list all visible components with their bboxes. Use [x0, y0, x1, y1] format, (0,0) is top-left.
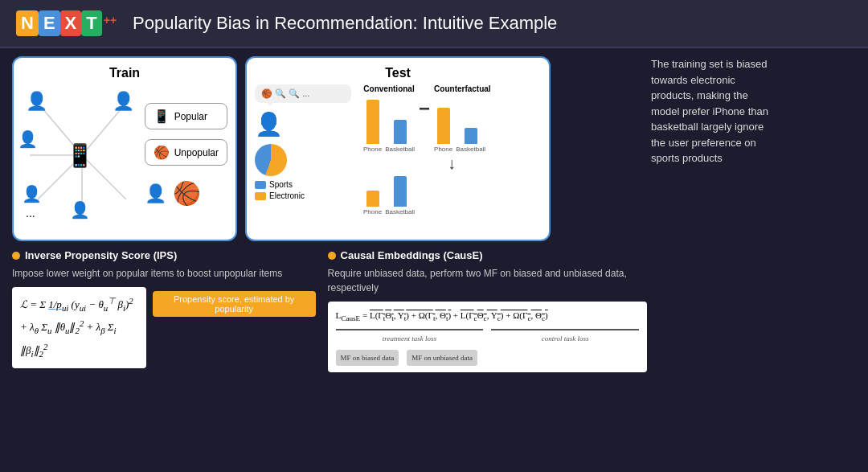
logo: N E X T ++ [16, 10, 117, 36]
test-right: Conventional Phone Basketbal [363, 84, 540, 215]
ips-formula-box: ℒ = Σ 1/pui (yui − θu⊤ βi)2 + λθ Σu ‖θu‖… [12, 287, 146, 368]
result-basketball-bar: Basketball [385, 176, 415, 215]
conv-phone-rect [366, 100, 379, 144]
legend-sports: Sports [255, 180, 351, 189]
logo-e: E [39, 10, 60, 36]
unbiased-label: MF on unbiased data [407, 350, 477, 366]
counterfactual-bars: Phone Basketball [434, 96, 491, 153]
arrow-down: ↓ [363, 154, 540, 173]
right-text-line2: towards electronic [651, 72, 856, 88]
popular-label: Popular [174, 111, 207, 122]
logo-plus: ++ [104, 14, 117, 27]
minus-sign: − [419, 84, 430, 141]
user-network: 📱 👤 👤 👤 👤 👤 ... [22, 87, 138, 224]
control-loss: control task loss [491, 329, 639, 345]
user-bottom-left: 👤 [22, 184, 42, 203]
user-bottom-mid: 👤 [70, 200, 90, 220]
conv-phone-label: Phone [363, 146, 382, 153]
unbiased-label-box: MF on unbiased data [407, 348, 477, 366]
ips-bullet-title: Inverse Propensity Score (IPS) [12, 249, 316, 261]
conventional-title: Conventional [363, 84, 415, 93]
ips-formula-area: ℒ = Σ 1/pui (yui − θu⊤ βi)2 + λθ Σu ‖θu‖… [12, 287, 316, 368]
right-text-line6: the user preference on [651, 135, 856, 151]
cause-sub-text: Require unbiased data, perform two MF on… [328, 266, 647, 295]
right-text-line1: The training set is biased [651, 56, 856, 72]
right-text-line5: basketball largely ignore [651, 119, 856, 135]
cf-basketball-label: Basketball [456, 146, 485, 153]
user-mid-left: 👤 [18, 129, 38, 149]
cause-formula-line: LCausE = L(ΓtΘt, Yt) + Ω(Γt, Θt) + L(ΓcΘ… [336, 308, 639, 326]
unpopular-label: Unpopular [174, 147, 219, 158]
train-title: Train [22, 66, 227, 80]
train-dots: ... [26, 207, 35, 220]
ips-formula-line2: + λθ Σu ‖θu‖22 + λβ Σi ‖βi‖22 [20, 316, 138, 362]
counterfactual-title: Counterfactual [434, 84, 491, 93]
cf-phone-bar: Phone [434, 108, 452, 153]
result-phone-label: Phone [363, 208, 382, 215]
slide: N E X T ++ Popularity Bias in Recommenda… [0, 0, 868, 472]
cause-bullet-title: Causal Embeddings (CausE) [328, 249, 647, 261]
logo-box: N E X T ++ [16, 10, 117, 36]
ips-bullet-dot [12, 252, 20, 260]
conv-basketball-bar: Basketball [385, 120, 415, 153]
biased-label: MF on biased data [336, 350, 399, 366]
result-basketball-rect [394, 176, 407, 207]
mf-labels-row: MF on biased data MF on unbiased data [336, 348, 639, 366]
result-phone-rect [366, 191, 379, 207]
train-content: 📱 👤 👤 👤 👤 👤 ... [22, 87, 227, 224]
speech-bubble: 🏀 🔍 🔍 ... [255, 84, 351, 103]
cause-formula-box: LCausE = L(ΓtΘt, Yt) + Ω(Γt, Θt) + L(ΓcΘ… [328, 302, 647, 372]
bottom-section: Inverse Propensity Score (IPS) Impose lo… [12, 249, 647, 464]
cause-section: Causal Embeddings (CausE) Require unbias… [328, 249, 647, 464]
legend-electronic: Electronic [255, 191, 351, 200]
test-user-icon: 👤 [255, 111, 283, 137]
cf-basketball-bar: Basketball [456, 128, 485, 153]
train-legend: 📱 Popular 🏀 Unpopular 👤 [145, 103, 227, 207]
sports-label: Sports [269, 180, 293, 189]
top-section: Train [12, 56, 647, 241]
left-panel: Train [12, 56, 647, 464]
logo-n: N [16, 10, 39, 36]
right-text-panel: The training set is biased towards elect… [647, 56, 856, 464]
conv-basketball-label: Basketball [385, 146, 415, 153]
header: N E X T ++ Popularity Bias in Recommenda… [0, 0, 868, 48]
cf-phone-label: Phone [434, 146, 452, 153]
treatment-loss-label: treatment task loss [336, 329, 484, 345]
logo-t: T [81, 10, 101, 36]
test-left: 🏀 🔍 🔍 ... 👤 Sports [255, 84, 351, 215]
cause-title: Causal Embeddings (CausE) [341, 249, 483, 261]
pie-chart [255, 144, 287, 176]
conv-basketball-rect [394, 120, 407, 144]
biased-label-box: MF on biased data [336, 348, 399, 366]
result-bars: Phone Basketball [363, 175, 540, 215]
user-top-right: 👤 [113, 91, 134, 112]
ips-formula-line1: ℒ = Σ 1/pui (yui − θu⊤ βi)2 [20, 293, 138, 316]
page-title: Popularity Bias in Recommendation: Intui… [133, 13, 557, 34]
ips-section: Inverse Propensity Score (IPS) Impose lo… [12, 249, 316, 464]
conv-phone-bar: Phone [363, 100, 382, 153]
control-loss-label: control task loss [491, 329, 639, 345]
result-phone-bar: Phone [363, 191, 382, 215]
test-content: 🏀 🔍 🔍 ... 👤 Sports [255, 84, 541, 215]
propensity-label: Propensity score, estimated by popularit… [153, 291, 316, 317]
train-box: Train [12, 56, 237, 241]
center-device: 📱 [66, 142, 94, 169]
result-basketball-label: Basketball [385, 208, 415, 215]
conventional-bars: Phone Basketball [363, 96, 415, 153]
electronic-color [255, 192, 266, 200]
counterfactual-section: Counterfactual Phone Basketb [434, 84, 491, 153]
right-text-line3: products, making the [651, 88, 856, 104]
logo-x: X [60, 10, 82, 36]
underbrace-row: treatment task loss control task loss [336, 329, 639, 345]
sports-color [255, 181, 266, 189]
test-title: Test [255, 66, 541, 80]
user-top-left: 👤 [26, 91, 47, 112]
right-text-line4: model prefer iPhone than [651, 104, 856, 120]
cf-basketball-rect [465, 128, 477, 144]
conventional-section: Conventional Phone Basketbal [363, 84, 415, 153]
right-text-line7: sports products [651, 150, 856, 166]
electronic-label: Electronic [269, 191, 305, 200]
cause-bullet-dot [328, 252, 336, 260]
test-box: Test 🏀 🔍 🔍 ... 👤 [245, 56, 551, 241]
ips-title: Inverse Propensity Score (IPS) [25, 249, 177, 261]
